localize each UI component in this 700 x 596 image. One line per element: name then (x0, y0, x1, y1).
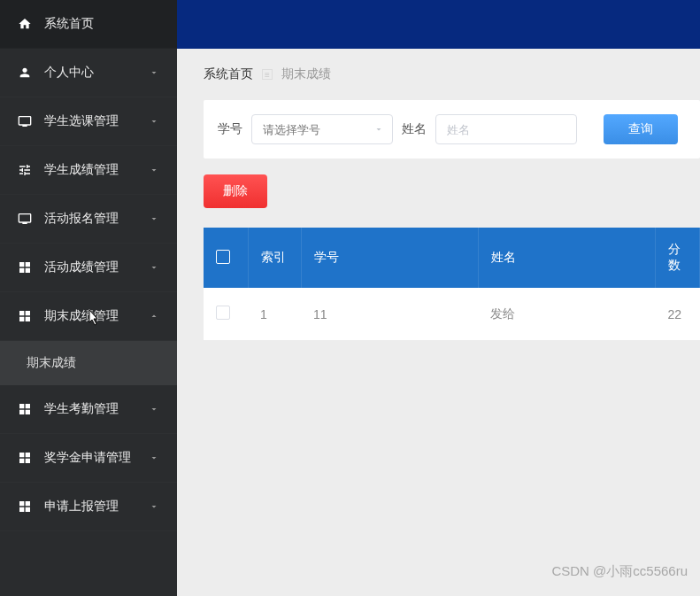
action-bar: 删除 (204, 174, 700, 208)
sidebar-item-label: 学生考勤管理 (44, 401, 149, 417)
sliders-icon (18, 163, 32, 177)
xuehao-select[interactable] (251, 114, 393, 144)
breadcrumb-current: 期末成绩 (281, 66, 331, 82)
sidebar-item-label: 系统首页 (44, 16, 159, 32)
sidebar-item-attendance[interactable]: 学生考勤管理 (0, 385, 177, 434)
chevron-down-icon (149, 116, 159, 127)
cell-index: 1 (248, 288, 301, 341)
breadcrumb: 系统首页 ≡ 期末成绩 (204, 66, 700, 82)
chevron-down-icon (149, 501, 159, 512)
grid-icon (18, 451, 32, 465)
chevron-down-icon (149, 262, 159, 273)
monitor-icon (18, 114, 32, 128)
grid-icon (18, 260, 32, 275)
filter-bar: 学号 姓名 查询 (204, 100, 700, 159)
sidebar-item-label: 学生选课管理 (44, 113, 149, 129)
sidebar-item-label: 个人中心 (44, 65, 149, 81)
home-icon (18, 17, 32, 31)
sidebar-item-report[interactable]: 申请上报管理 (0, 483, 177, 531)
monitor-icon (18, 212, 32, 226)
sidebar-item-label: 活动报名管理 (44, 211, 149, 227)
sidebar-sub-label: 期末成绩 (27, 355, 76, 369)
sidebar-item-profile[interactable]: 个人中心 (0, 49, 177, 97)
col-xuehao: 学号 (301, 228, 478, 288)
query-button[interactable]: 查询 (604, 114, 678, 144)
filter-xuehao-label: 学号 (218, 121, 242, 137)
xingming-input[interactable] (435, 114, 577, 144)
cell-xuehao: 11 (301, 288, 478, 341)
chevron-down-icon (149, 213, 159, 224)
sidebar-item-course[interactable]: 学生选课管理 (0, 97, 177, 146)
sidebar-item-final-grades[interactable]: 期末成绩管理 (0, 292, 177, 341)
cell-xingming: 发给 (478, 288, 655, 341)
sidebar-item-label: 奖学金申请管理 (44, 450, 149, 466)
person-icon (18, 66, 32, 80)
sidebar-item-scholarship[interactable]: 奖学金申请管理 (0, 434, 177, 483)
chevron-down-icon (149, 67, 159, 78)
grid-icon (18, 402, 32, 416)
chevron-down-icon (149, 453, 159, 463)
table-row[interactable]: 1 11 发给 22 (204, 288, 700, 341)
filter-xingming-label: 姓名 (402, 121, 427, 137)
sidebar: 系统首页 个人中心 学生选课管理 学生成绩管理 活动报名管理 活动成绩管理 (0, 0, 177, 596)
cell-fenshu: 22 (656, 288, 700, 341)
data-table: 索引 学号 姓名 分数 1 11 发给 22 (204, 228, 700, 341)
breadcrumb-separator-icon: ≡ (262, 69, 273, 80)
main-area: 系统首页 ≡ 期末成绩 学号 姓名 查询 删除 (177, 0, 700, 596)
delete-button[interactable]: 删除 (204, 174, 267, 208)
sidebar-item-label: 期末成绩管理 (44, 308, 149, 324)
sidebar-item-label: 申请上报管理 (44, 499, 149, 515)
chevron-up-icon (149, 311, 159, 321)
chevron-down-icon (149, 165, 159, 175)
select-all-checkbox[interactable] (216, 250, 230, 264)
top-banner (177, 0, 700, 49)
sidebar-sub-final-grades[interactable]: 期末成绩 (0, 341, 177, 385)
sidebar-item-activity-grades[interactable]: 活动成绩管理 (0, 244, 177, 292)
chevron-down-icon (149, 404, 159, 414)
sidebar-item-grades[interactable]: 学生成绩管理 (0, 146, 177, 195)
sidebar-item-label: 活动成绩管理 (44, 259, 149, 275)
row-checkbox[interactable] (216, 306, 230, 320)
col-index: 索引 (248, 228, 301, 288)
col-fenshu: 分数 (656, 228, 700, 288)
grid-icon (18, 309, 32, 323)
sidebar-item-home[interactable]: 系统首页 (0, 0, 177, 49)
sidebar-item-activity-signup[interactable]: 活动报名管理 (0, 195, 177, 244)
grid-icon (18, 499, 32, 514)
breadcrumb-home[interactable]: 系统首页 (204, 66, 253, 82)
col-xingming: 姓名 (478, 228, 655, 288)
sidebar-item-label: 学生成绩管理 (44, 162, 149, 178)
